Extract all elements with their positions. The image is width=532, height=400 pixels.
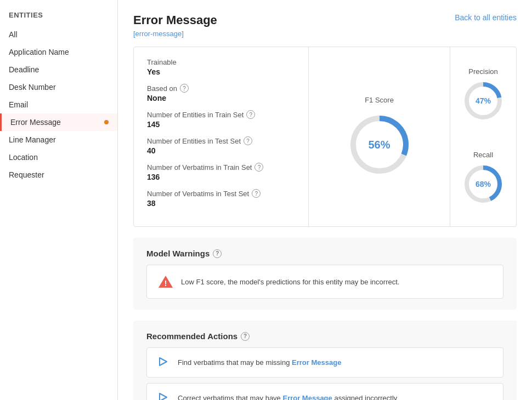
precision-donut: 47% [461, 79, 505, 123]
recall-value: 68% [476, 180, 491, 188]
action-arrow-icon-2 [158, 391, 170, 400]
f1-chart: F1 Score 56% [309, 47, 450, 226]
precision-item: Precision 47% [461, 67, 505, 123]
f1-donut: 56% [347, 112, 412, 178]
sidebar-item-email[interactable]: Email [0, 96, 117, 113]
based-on-label: Based on ? [147, 84, 295, 93]
sidebar-item-application-name[interactable]: Application Name [0, 43, 117, 61]
model-warnings-section: Model Warnings ? ! Low F1 score, the mod… [133, 238, 517, 310]
active-dot [104, 120, 109, 124]
sidebar-item-deadline[interactable]: Deadline [0, 61, 117, 78]
recall-item: Recall 68% [461, 151, 505, 206]
sidebar-item-line-manager[interactable]: Line Manager [0, 131, 117, 148]
verbatims-train-label: Number of Verbatims in Train Set ? [147, 163, 295, 172]
recommended-actions-help-icon[interactable]: ? [241, 332, 250, 341]
sidebar-item-error-message[interactable]: Error Message [0, 113, 117, 131]
warning-message: Low F1 score, the model's predictions fo… [181, 278, 399, 286]
entity-title: Error Message [133, 13, 217, 27]
sidebar-title: Entities [0, 11, 117, 26]
action-text-2: Correct verbatims that may have Error Me… [178, 394, 397, 400]
main-content: Error Message [error-message] Back to al… [118, 0, 532, 400]
sidebar-item-location[interactable]: Location [0, 148, 117, 166]
model-warnings-help-icon[interactable]: ? [213, 249, 222, 258]
based-on-help-icon[interactable]: ? [180, 84, 189, 93]
sidebar-item-desk-number[interactable]: Desk Number [0, 78, 117, 96]
verbatims-test-label: Number of Verbatims in Test Set ? [147, 189, 295, 198]
entity-tag: [error-message] [133, 30, 217, 38]
recommended-actions-title: Recommended Actions [146, 332, 237, 341]
verbatims-train-stat: Number of Verbatims in Train Set ? 136 [147, 163, 295, 181]
entities-test-value: 40 [147, 146, 295, 155]
f1-label: F1 Score [365, 96, 394, 104]
action-find-verbatims[interactable]: Find verbatims that may be missing Error… [146, 347, 503, 378]
recommended-actions-section: Recommended Actions ? Find verbatims tha… [133, 321, 517, 400]
recommended-actions-header: Recommended Actions ? [146, 332, 503, 341]
model-warnings-header: Model Warnings ? [146, 249, 503, 258]
back-to-entities-link[interactable]: Back to all entities [455, 13, 517, 22]
verbatims-train-value: 136 [147, 173, 295, 181]
charts-section: F1 Score 56% Precision [309, 47, 516, 226]
trainable-label: Trainable [147, 58, 295, 66]
based-on-value: None [147, 94, 295, 102]
precision-value: 47% [476, 96, 491, 105]
verbatims-test-value: 38 [147, 199, 295, 208]
page-header: Error Message [error-message] Back to al… [133, 13, 517, 38]
verbatims-train-help-icon[interactable]: ? [254, 163, 263, 172]
warning-card: ! Low F1 score, the model's predictions … [146, 265, 503, 299]
action-arrow-icon-1 [158, 356, 170, 369]
entities-train-help-icon[interactable]: ? [246, 110, 255, 119]
entity-header: Error Message [error-message] [133, 13, 217, 38]
entities-test-stat: Number of Entities in Test Set ? 40 [147, 136, 295, 155]
sidebar: Entities All Application Name Deadline D… [0, 0, 118, 400]
stats-left: Trainable Yes Based on ? None Number of … [134, 47, 309, 226]
precision-recall-section: Precision 47% Recall [450, 47, 516, 226]
entities-train-label: Number of Entities in Train Set ? [147, 110, 295, 119]
trainable-stat: Trainable Yes [147, 58, 295, 76]
sidebar-item-requester[interactable]: Requester [0, 166, 117, 184]
entities-train-stat: Number of Entities in Train Set ? 145 [147, 110, 295, 129]
model-warnings-title: Model Warnings [146, 249, 210, 258]
stats-section: Trainable Yes Based on ? None Number of … [133, 47, 517, 227]
warning-triangle-icon: ! [158, 274, 173, 289]
recall-donut: 68% [461, 162, 505, 206]
entities-train-value: 145 [147, 120, 295, 129]
entities-test-label: Number of Entities in Test Set ? [147, 136, 295, 145]
verbatims-test-stat: Number of Verbatims in Test Set ? 38 [147, 189, 295, 208]
sidebar-item-all[interactable]: All [0, 26, 117, 43]
entities-test-help-icon[interactable]: ? [244, 136, 252, 145]
based-on-stat: Based on ? None [147, 84, 295, 102]
trainable-value: Yes [147, 67, 295, 76]
precision-label: Precision [468, 67, 497, 76]
f1-value: 56% [368, 139, 390, 151]
action-correct-verbatims[interactable]: Correct verbatims that may have Error Me… [146, 383, 503, 400]
action-text-1: Find verbatims that may be missing Error… [178, 358, 341, 367]
verbatims-test-help-icon[interactable]: ? [252, 189, 261, 198]
svg-text:!: ! [165, 279, 167, 288]
recall-label: Recall [473, 151, 493, 159]
